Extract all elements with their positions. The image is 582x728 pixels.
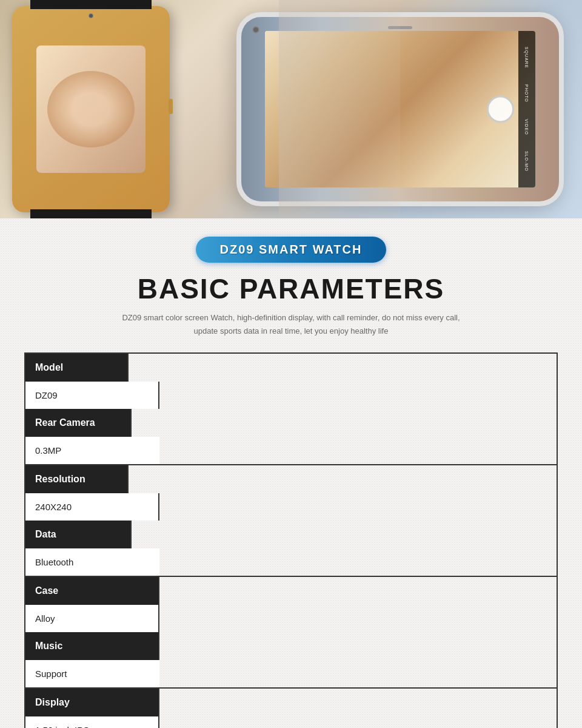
hero-bg-overlay [279,0,400,218]
hero-watch-image [12,6,170,212]
watch-screen [36,46,146,173]
phone-front-camera [252,26,259,33]
spec-label-model: Model [25,354,129,382]
watch-strap-bottom [30,209,152,218]
product-tag: DZ09 SMART WATCH [12,237,570,263]
camera-ui-panel: SQUARE PHOTO VIDEO SLO-MO [518,31,535,187]
spec-label-resolution: Resolution [25,465,129,493]
spec-value-case: Alloy [25,605,159,632]
spec-value-data: Bluetooth [25,548,159,576]
hero-section: SQUARE PHOTO VIDEO SLO-MO [0,0,582,218]
table-row: Case Alloy Music Support [25,576,557,688]
spec-label-rear-camera: Rear Camera [25,409,132,437]
section-description: DZ09 smart color screen Watch, high-defi… [12,311,570,338]
spec-label-display: Display [25,689,159,716]
section-title: BASIC PARAMETERS [12,272,570,305]
phone-side-btn [563,81,564,99]
desc-line2: update sports data in real time, let you… [194,326,389,335]
watch-side-button [169,99,173,114]
watch-camera-dot [89,13,93,18]
spec-label-music: Music [25,632,159,660]
spec-label-case: Case [25,577,159,605]
desc-line1: DZ09 smart color screen Watch, high-defi… [122,313,460,322]
params-section: DZ09 SMART WATCH BASIC PARAMETERS DZ09 s… [0,218,582,728]
spec-value-model: DZ09 [25,382,159,409]
table-row: Model DZ09 Rear Camera 0.3MP [25,353,557,465]
shutter-button [487,95,514,123]
spec-value-music: Support [25,660,159,687]
spec-value-rear-camera: 0.3MP [25,437,159,464]
watch-display-photo [36,46,146,173]
spec-value-resolution: 240X240 [25,493,159,521]
watch-strap-top [30,0,152,9]
product-tag-label: DZ09 SMART WATCH [196,237,387,263]
spec-label-data: Data [25,521,132,548]
spec-value-display: 1.56 inch IPS screen [25,716,159,728]
spec-table: Model DZ09 Rear Camera 0.3MP Resolution … [24,352,558,728]
table-row: Display 1.56 inch IPS screen Charging Da… [25,688,557,728]
table-row: Resolution 240X240 Data Bluetooth [25,465,557,576]
